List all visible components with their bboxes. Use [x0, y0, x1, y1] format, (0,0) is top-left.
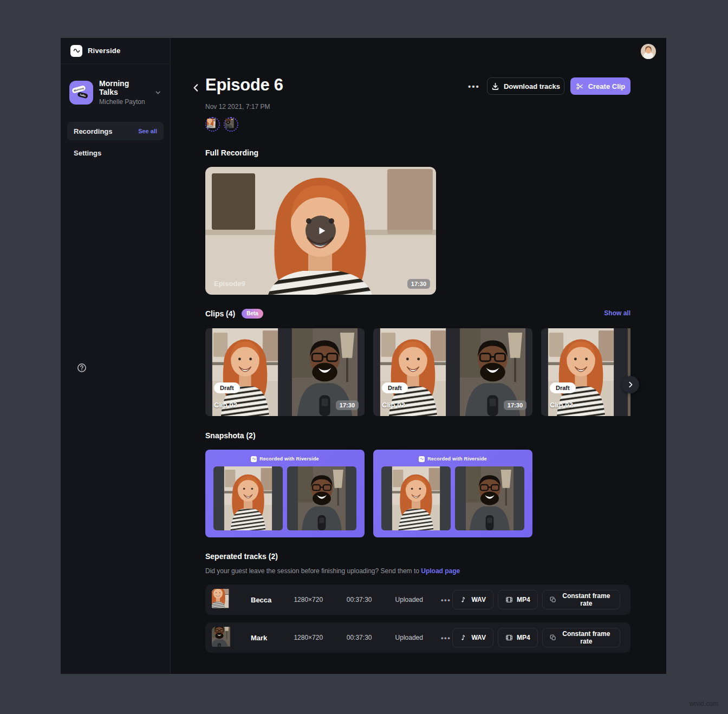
recordings-label: Recordings: [74, 127, 113, 135]
main-content: Episode 6 ••• Download tracks Create Cli…: [171, 38, 666, 674]
download-icon: [491, 82, 499, 90]
frames-icon: [550, 596, 556, 603]
draft-badge: Draft: [382, 382, 408, 393]
participant-avatar-mark[interactable]: [224, 117, 238, 132]
workspace-title: Morning Talks: [99, 79, 148, 96]
constant-frame-rate-button[interactable]: Constant frame rate: [542, 590, 620, 609]
full-recording-heading: Full Recording: [205, 148, 258, 157]
track-row-becca: Becca 1280×720 00:37:30 Uploaded ••• WAV…: [205, 585, 630, 615]
clip-duration: 17:30: [336, 400, 359, 410]
episode-date: Nov 12 2021, 7:17 PM: [205, 103, 270, 111]
download-tracks-button[interactable]: Download tracks: [487, 77, 564, 95]
snapshot-banner: Recorded with Riverside: [213, 454, 356, 464]
video-label: Episode9: [214, 280, 245, 288]
mp4-download-button[interactable]: MP4: [498, 628, 538, 647]
music-note-icon: [460, 634, 467, 641]
wav-label: WAV: [471, 634, 485, 641]
see-all-link[interactable]: See all: [138, 128, 157, 134]
music-note-icon: [460, 596, 467, 603]
chevron-left-icon: [191, 83, 201, 93]
track-more-button[interactable]: •••: [439, 634, 453, 642]
clip-label: Clip 02: [382, 401, 405, 409]
track-duration: 00:37:30: [347, 596, 395, 603]
sidebar-item-settings[interactable]: Settings: [67, 144, 164, 162]
clip-label: Clip 02: [214, 401, 237, 409]
beta-badge: Beta: [242, 309, 263, 319]
upload-page-link[interactable]: Upload page: [421, 567, 460, 575]
create-clip-label: Create Clip: [588, 82, 626, 90]
tracks-note-text: Did your guest leave the session before …: [205, 567, 419, 575]
chevron-down-icon: [154, 89, 162, 96]
show-all-link[interactable]: Show all: [604, 309, 630, 317]
clip-frame-man: [621, 328, 630, 416]
riverside-logo-icon: [70, 45, 82, 57]
snapshot-card-1[interactable]: Recorded with Riverside: [205, 450, 365, 537]
sidebar-item-recordings[interactable]: Recordings See all: [67, 122, 164, 140]
create-clip-button[interactable]: Create Clip: [570, 77, 630, 95]
full-recording-video[interactable]: Episode9 17:30: [205, 167, 436, 295]
play-button[interactable]: [306, 216, 336, 246]
sidebar: Riverside Morning Talks: [61, 38, 171, 674]
mp4-download-button[interactable]: MP4: [498, 590, 538, 609]
track-resolution: 1280×720: [294, 634, 346, 641]
snapshots-heading: Snapshota (2): [205, 431, 256, 440]
snapshots-row: Recorded with Riverside Recorded with Ri…: [205, 450, 532, 537]
brand-home-button[interactable]: Riverside: [61, 38, 170, 64]
track-actions: WAV MP4 Constant frame rate: [452, 628, 620, 647]
desktop-background: Riverside Morning Talks: [0, 0, 728, 714]
help-button[interactable]: [76, 362, 87, 373]
film-icon: [505, 634, 513, 641]
track-name: Becca: [251, 596, 294, 604]
tracks-note: Did your guest leave the session before …: [205, 567, 460, 575]
episode-more-button[interactable]: •••: [465, 78, 483, 94]
snapshot-frame-man: [287, 466, 356, 530]
track-row-mark: Mark 1280×720 00:37:30 Uploaded ••• WAV …: [205, 622, 630, 653]
track-avatar-mark: [212, 627, 233, 648]
cfr-label: Constant frame rate: [560, 592, 613, 607]
track-name: Mark: [251, 634, 294, 642]
snapshot-frame-woman: [381, 466, 451, 530]
snapshot-frame-man: [455, 466, 524, 530]
back-button[interactable]: [191, 83, 201, 93]
participant-avatars: [205, 117, 238, 132]
watermark: wtvid.com: [690, 700, 718, 707]
brand-name: Riverside: [88, 47, 120, 55]
clips-heading: Clips (4): [205, 309, 235, 318]
participant-avatar-becca[interactable]: [205, 117, 220, 132]
track-avatar-becca: [212, 589, 233, 611]
settings-label: Settings: [74, 149, 101, 157]
download-tracks-label: Download tracks: [504, 82, 560, 90]
film-icon: [505, 596, 513, 603]
clip-card-3[interactable]: Draft Clip 02: [541, 328, 630, 416]
track-resolution: 1280×720: [294, 596, 346, 603]
morning-talks-artwork: Morning Talks: [69, 81, 93, 105]
track-actions: WAV MP4 Constant frame rate: [452, 590, 620, 609]
track-status: Uploaded: [395, 596, 439, 603]
video-duration: 17:30: [407, 279, 430, 289]
clip-label: Clip 02: [550, 401, 573, 409]
clips-header: Clips (4) Beta: [205, 309, 263, 319]
snapshot-card-2[interactable]: Recorded with Riverside: [373, 450, 532, 537]
cfr-label: Constant frame rate: [560, 630, 613, 645]
snapshot-banner: Recorded with Riverside: [381, 454, 524, 464]
wav-download-button[interactable]: WAV: [452, 628, 493, 647]
clips-row: Draft Clip 02 17:30 Draft Clip 02 17:30 …: [205, 328, 630, 416]
sidebar-nav: Recordings See all Settings: [67, 122, 164, 162]
question-icon: [76, 362, 87, 373]
play-icon: [316, 225, 328, 237]
clip-card-1[interactable]: Draft Clip 02 17:30: [205, 328, 365, 416]
scissors-icon: [576, 82, 584, 90]
wav-download-button[interactable]: WAV: [452, 590, 493, 609]
mp4-label: MP4: [517, 634, 530, 641]
workspace-selector[interactable]: Morning Talks Morning Talks Michelle Pay…: [69, 79, 161, 106]
separated-tracks-heading: Seperated tracks (2): [205, 552, 278, 561]
track-more-button[interactable]: •••: [439, 596, 453, 604]
riverside-app-window: Riverside Morning Talks: [61, 38, 666, 674]
clips-next-button[interactable]: [622, 376, 639, 393]
constant-frame-rate-button[interactable]: Constant frame rate: [542, 628, 620, 647]
wav-label: WAV: [471, 596, 485, 603]
clip-duration: 17:30: [504, 400, 526, 410]
draft-badge: Draft: [214, 382, 240, 393]
riverside-mini-logo-icon: [419, 456, 425, 462]
clip-card-2[interactable]: Draft Clip 02 17:30: [373, 328, 532, 416]
